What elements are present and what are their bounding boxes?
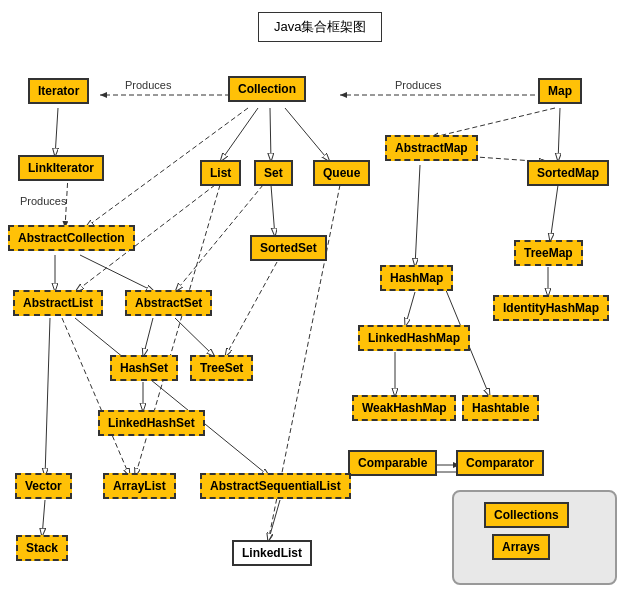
node-abstract-seq-list: AbstractSequentialList (200, 473, 351, 499)
svg-line-22 (175, 318, 215, 357)
node-tree-set: TreeSet (190, 355, 253, 381)
node-array-list: ArrayList (103, 473, 176, 499)
svg-line-23 (225, 262, 277, 357)
node-abstract-list: AbstractList (13, 290, 103, 316)
node-identity-hash-map: IdentityHashMap (493, 295, 609, 321)
svg-line-4 (220, 108, 258, 162)
svg-line-29 (45, 318, 50, 477)
svg-line-31 (75, 318, 270, 477)
svg-line-20 (405, 292, 415, 327)
title-text: Java集合框架图 (274, 19, 366, 34)
node-linked-hash-set: LinkedHashSet (98, 410, 205, 436)
svg-line-14 (271, 185, 275, 237)
title-box: Java集合框架图 (258, 12, 382, 42)
node-hash-map: HashMap (380, 265, 453, 291)
node-hashtable: Hashtable (462, 395, 539, 421)
svg-line-32 (42, 500, 45, 537)
svg-line-12 (80, 255, 155, 292)
svg-line-30 (62, 318, 130, 477)
node-iterator: Iterator (28, 78, 89, 104)
svg-line-37 (55, 108, 58, 157)
node-collections: Collections (484, 502, 569, 528)
node-stack: Stack (16, 535, 68, 561)
node-collection: Collection (228, 76, 306, 102)
node-abstract-set: AbstractSet (125, 290, 212, 316)
svg-line-7 (430, 108, 555, 138)
node-linked-list: LinkedList (232, 540, 312, 566)
node-arrays: Arrays (492, 534, 550, 560)
node-abstract-collection: AbstractCollection (8, 225, 135, 251)
svg-line-6 (285, 108, 330, 162)
diagram-container: Java集合框架图 Produces Produces (0, 0, 643, 611)
node-weak-hash-map: WeakHashMap (352, 395, 456, 421)
svg-line-21 (143, 318, 153, 357)
node-list: List (200, 160, 241, 186)
node-linked-hash-map: LinkedHashMap (358, 325, 470, 351)
node-comparable: Comparable (348, 450, 437, 476)
svg-line-16 (415, 165, 420, 267)
node-map: Map (538, 78, 582, 104)
node-sorted-set: SortedSet (250, 235, 327, 261)
svg-line-5 (270, 108, 271, 162)
node-hash-set: HashSet (110, 355, 178, 381)
svg-line-9 (65, 175, 68, 228)
node-vector: Vector (15, 473, 72, 499)
node-abstract-map: AbstractMap (385, 135, 478, 161)
node-sorted-map: SortedMap (527, 160, 609, 186)
svg-line-18 (550, 185, 558, 242)
node-comparator: Comparator (456, 450, 544, 476)
node-link-iterator: LinkIterator (18, 155, 104, 181)
svg-text:Produces: Produces (125, 79, 172, 91)
svg-line-33 (268, 500, 280, 542)
svg-text:Produces: Produces (395, 79, 442, 91)
legend-box: Collections Arrays (452, 490, 617, 585)
svg-text:Produces: Produces (20, 195, 67, 207)
node-queue: Queue (313, 160, 370, 186)
node-tree-map: TreeMap (514, 240, 583, 266)
svg-line-8 (558, 108, 560, 162)
node-set: Set (254, 160, 293, 186)
